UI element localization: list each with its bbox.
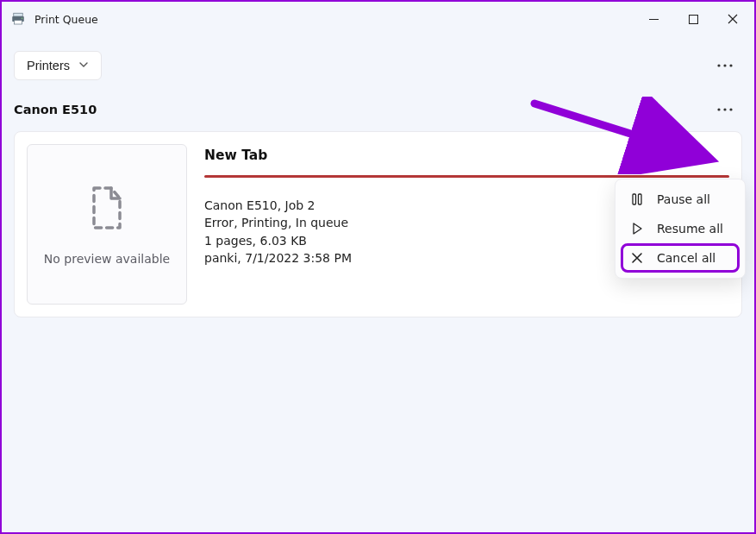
printer-header: Canon E510: [14, 97, 742, 123]
printers-dropdown[interactable]: Printers: [14, 51, 102, 80]
toolbar: Printers: [14, 48, 742, 83]
svg-point-5: [717, 64, 720, 66]
close-icon: [629, 250, 645, 266]
titlebar: Print Queue: [2, 2, 754, 36]
printer-context-menu: Pause all Resume all Cancel all: [615, 179, 746, 279]
printer-more-button[interactable]: [708, 94, 742, 125]
svg-rect-4: [689, 15, 697, 23]
svg-rect-0: [14, 13, 23, 16]
pause-icon: [629, 192, 645, 207]
chevron-down-icon: [78, 59, 89, 72]
menu-resume-all[interactable]: Resume all: [621, 214, 740, 243]
menu-pause-all[interactable]: Pause all: [621, 185, 740, 214]
printers-dropdown-label: Printers: [27, 59, 70, 72]
svg-point-10: [729, 108, 732, 110]
window-title: Print Queue: [34, 13, 98, 26]
minimize-button[interactable]: [634, 3, 673, 35]
job-progress-bar: [204, 175, 729, 178]
svg-rect-2: [15, 21, 22, 25]
menu-item-label: Cancel all: [657, 251, 715, 265]
printer-name: Canon E510: [14, 103, 97, 116]
printer-app-icon: [10, 11, 26, 27]
menu-item-label: Resume all: [657, 222, 723, 236]
menu-cancel-all[interactable]: Cancel all: [621, 243, 740, 273]
preview-caption: No preview available: [44, 252, 170, 266]
app-more-button[interactable]: [708, 50, 742, 81]
svg-point-8: [717, 108, 720, 110]
play-icon: [629, 221, 645, 236]
svg-point-3: [22, 18, 23, 20]
maximize-button[interactable]: [673, 3, 713, 35]
svg-rect-11: [633, 194, 636, 204]
svg-point-9: [723, 108, 726, 110]
content-area: Printers Canon E510: [2, 36, 754, 532]
document-icon: [85, 183, 128, 236]
preview-box: No preview available: [27, 144, 187, 305]
svg-point-6: [723, 64, 726, 66]
job-title: New Tab: [204, 148, 729, 163]
close-button[interactable]: [713, 3, 753, 35]
svg-rect-12: [639, 194, 642, 204]
svg-point-7: [729, 64, 732, 66]
menu-item-label: Pause all: [657, 192, 710, 206]
